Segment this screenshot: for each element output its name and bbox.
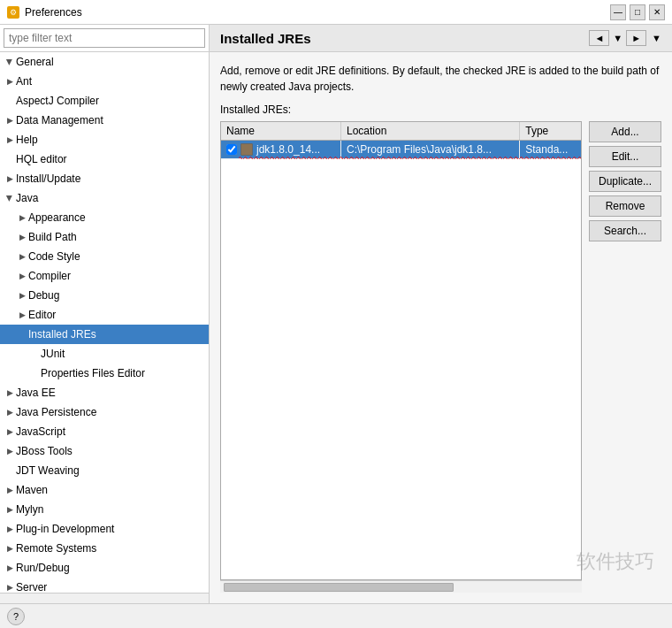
sidebar-item-java[interactable]: ▶Java [0,188,209,208]
filter-box [0,25,209,52]
sidebar-item-jboss-tools[interactable]: ▶JBoss Tools [0,441,209,461]
remove-button[interactable]: Remove [589,195,661,217]
main-content: ▶General▶AntAspectJ Compiler▶Data Manage… [0,25,672,603]
sidebar-item-installed-jres[interactable]: Installed JREs [0,325,209,344]
app-icon: ⚙ [7,6,19,19]
hscroll-thumb[interactable] [224,583,454,592]
sidebar-label-codestyle: Code Style [28,249,80,264]
sidebar-item-plugin-dev[interactable]: ▶Plug-in Development [0,519,209,539]
jre-checkbox[interactable] [226,144,237,155]
sidebar-item-java-persistence[interactable]: ▶Java Persistence [0,402,209,422]
sidebar-label-compiler: Compiler [28,268,71,284]
sidebar-item-java-ee[interactable]: ▶Java EE [0,383,209,402]
sidebar-label-jdt-weaving: JDT Weaving [16,463,80,479]
arrow-icon-jboss-tools: ▶ [4,443,16,459]
sidebar-label-jboss-tools: JBoss Tools [16,443,73,459]
sidebar-label-server: Server [16,579,47,593]
nav-forward-button[interactable]: ► [626,30,646,46]
nav-separator: ▼ [613,33,622,43]
sidebar-item-maven[interactable]: ▶Maven [0,480,209,500]
sidebar-item-debug[interactable]: ▶Debug [0,286,209,305]
sidebar-item-run-debug[interactable]: ▶Run/Debug [0,558,209,578]
sidebar-item-jdt-weaving[interactable]: JDT Weaving [0,461,209,480]
sidebar-item-help[interactable]: ▶Help [0,130,209,149]
sidebar-item-mylyn[interactable]: ▶Mylyn [0,500,209,519]
sidebar-item-compiler[interactable]: ▶Compiler [0,266,209,286]
arrow-icon-install: ▶ [4,171,16,187]
sidebar-item-javascript[interactable]: ▶JavaScript [0,422,209,441]
duplicate----button[interactable]: Duplicate... [589,171,661,192]
table-horizontal-scrollbar[interactable] [220,580,582,593]
sidebar-item-buildpath[interactable]: ▶Build Path [0,227,209,247]
sidebar-label-mylyn: Mylyn [16,502,43,517]
close-button[interactable]: ✕ [649,4,665,20]
jre-type: Standa... [520,141,581,159]
search----button[interactable]: Search... [589,220,661,241]
arrow-icon-appearance: ▶ [16,210,28,226]
sidebar-label-java-ee: Java EE [16,385,56,401]
arrow-icon-data-mgmt: ▶ [4,112,16,128]
jre-icon [241,143,253,156]
arrow-icon-server: ▶ [4,579,16,593]
maximize-button[interactable]: □ [630,4,645,20]
sidebar-item-remote-systems[interactable]: ▶Remote Systems [0,539,209,558]
arrow-icon-ant: ▶ [4,73,16,89]
sidebar-label-general: General [16,54,54,70]
arrow-icon-java-persistence: ▶ [4,404,16,420]
action-buttons: Add...Edit...Duplicate...RemoveSearch... [582,121,661,593]
arrow-icon-general: ▶ [2,56,18,68]
sidebar-item-codestyle[interactable]: ▶Code Style [0,247,209,266]
sidebar-item-install[interactable]: ▶Install/Update [0,169,209,188]
bottom-bar: ? [0,603,672,628]
col-location-header[interactable]: Location [340,122,519,141]
sidebar-item-appearance[interactable]: ▶Appearance [0,208,209,227]
sidebar-label-debug: Debug [28,287,59,303]
help-button[interactable]: ? [7,608,25,625]
sidebar-label-help: Help [16,132,38,148]
sidebar-label-hql: HQL editor [16,151,67,167]
filter-input[interactable] [4,28,205,48]
sidebar-label-java: Java [16,190,38,206]
window-title: Preferences [25,6,605,19]
arrow-icon-java-ee: ▶ [4,385,16,401]
panel-title: Installed JREs [220,31,311,46]
table-row[interactable]: jdk1.8.0_14...C:\Program Files\Java\jdk1… [221,141,581,159]
panel-header: Installed JREs ◄ ▼ ► ▼ [210,25,672,52]
window-controls: — □ ✕ [610,4,665,20]
minimize-button[interactable]: — [610,4,626,20]
arrow-icon-buildpath: ▶ [16,229,28,245]
checkbox-cell: jdk1.8.0_14... [226,143,335,156]
sidebar-label-buildpath: Build Path [28,229,77,245]
panel-nav: ◄ ▼ ► ▼ [589,30,661,46]
sidebar-label-java-persistence: Java Persistence [16,404,96,420]
table-column: Name Location Type jdk1.8.0_14...C:\Prog… [220,121,582,593]
sidebar-item-ant[interactable]: ▶Ant [0,72,209,91]
arrow-icon-remote-systems: ▶ [4,540,16,556]
sidebar-item-server[interactable]: ▶Server [0,578,209,593]
add----button[interactable]: Add... [589,121,661,142]
sidebar-item-general[interactable]: ▶General [0,52,209,72]
sidebar-item-junit[interactable]: JUnit [0,344,209,364]
sidebar-item-aspectj[interactable]: AspectJ Compiler [0,91,209,111]
edit----button[interactable]: Edit... [589,146,661,167]
sidebar-item-editor[interactable]: ▶Editor [0,305,209,325]
right-panel: Installed JREs ◄ ▼ ► ▼ Add, remove or ed… [210,25,672,603]
sidebar-label-properties: Properties Files Editor [41,365,145,381]
sidebar-scrollbar[interactable] [0,593,209,603]
panel-body: Add, remove or edit JRE definitions. By … [210,52,672,603]
section-label: Installed JREs: [220,103,661,116]
sidebar-item-hql[interactable]: HQL editor [0,149,209,169]
arrow-icon-javascript: ▶ [4,424,16,440]
sidebar-item-properties[interactable]: Properties Files Editor [0,364,209,383]
nav-back-button[interactable]: ◄ [589,30,609,46]
tree-area: ▶General▶AntAspectJ Compiler▶Data Manage… [0,52,209,593]
jre-name: jdk1.8.0_14... [256,143,320,156]
sidebar-label-editor: Editor [28,307,56,323]
col-type-header[interactable]: Type [520,122,581,141]
table-section: Name Location Type jdk1.8.0_14...C:\Prog… [220,121,661,593]
col-name-header[interactable]: Name [221,122,340,141]
sidebar-label-maven: Maven [16,482,48,498]
nav-dropdown: ▼ [652,33,661,43]
sidebar-item-data-mgmt[interactable]: ▶Data Management [0,111,209,130]
sidebar-label-run-debug: Run/Debug [16,560,70,576]
